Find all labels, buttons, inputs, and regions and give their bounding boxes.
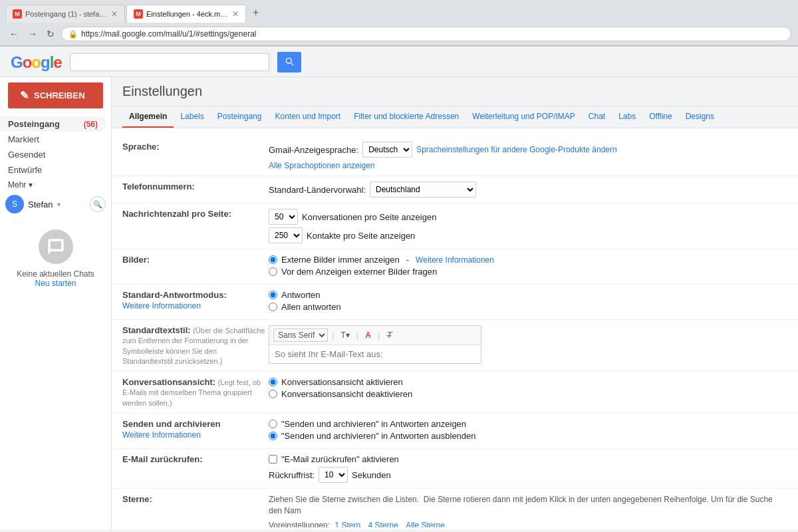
telefon-label: Telefonnummern: bbox=[122, 182, 195, 192]
font-select[interactable]: Sans Serif bbox=[273, 329, 328, 342]
emailrueck-label-col: E-Mail zurückrufen: bbox=[122, 454, 269, 483]
bilder-option-2: Vor dem Anzeigen externer Bilder fragen bbox=[269, 267, 787, 277]
tab-close-2[interactable]: ✕ bbox=[232, 9, 239, 19]
senden-info-link[interactable]: Weitere Informationen bbox=[122, 430, 269, 440]
bilder-extern-radio[interactable] bbox=[269, 255, 277, 264]
telefon-inline: Standard-Ländervorwahl: Deutschland bbox=[269, 182, 787, 198]
telefon-label-col: Telefonnummern: bbox=[122, 182, 269, 198]
preset-4sterne[interactable]: 4 Sterne bbox=[368, 521, 398, 527]
browser-tab-1[interactable]: M Posteingang (1) - stefan... ✕ bbox=[5, 5, 125, 23]
address-bar[interactable]: 🔒 https://mail.google.com/mail/u/1/#sett… bbox=[61, 27, 791, 41]
chat-no-chats-label: Keine aktuellen Chats bbox=[0, 269, 111, 279]
tab-labels[interactable]: Labels bbox=[174, 106, 210, 128]
bilder-label-col: Bilder: bbox=[122, 255, 269, 279]
antwortmodus-option-2: Allen antworten bbox=[269, 302, 787, 312]
standardtext-value-col: Sans Serif | T▾ | A | T̶ So sieht Ihr E-… bbox=[269, 325, 787, 366]
sidebar-markiert-label: Markiert bbox=[8, 134, 98, 144]
tab-labs[interactable]: Labs bbox=[612, 106, 642, 128]
sterne-value-col: Ziehen Sie die Sterne zwischen die Liste… bbox=[269, 494, 787, 527]
chat-icon bbox=[39, 229, 73, 264]
tab-konten[interactable]: Konten und Import bbox=[268, 106, 347, 128]
font-color-btn[interactable]: A bbox=[362, 329, 374, 341]
contacts-select[interactable]: 250 bbox=[269, 227, 303, 243]
konversationsansicht-value-col: Konversationsansicht aktivieren Konversa… bbox=[269, 377, 787, 408]
konv-option-1: Konversationsansicht aktivieren bbox=[269, 377, 787, 387]
senden-option-2: "Senden und archivieren" in Antworten au… bbox=[269, 431, 787, 441]
bilder-more-link[interactable]: Weitere Informationen bbox=[416, 255, 494, 265]
bilder-value-col: Externe Bilder immer anzeigen - Weitere … bbox=[269, 255, 787, 279]
preset-1stern[interactable]: 1 Stern bbox=[334, 521, 360, 527]
all-lang-link[interactable]: Alle Sprachoptionen anzeigen bbox=[269, 161, 374, 170]
back-button[interactable]: ← bbox=[7, 26, 21, 42]
bilder-fragen-radio[interactable] bbox=[269, 267, 277, 276]
clear-format-btn[interactable]: T̶ bbox=[384, 329, 394, 341]
per-page-suffix: Konversationen pro Seite anzeigen bbox=[302, 212, 436, 222]
emailrueck-checkbox[interactable] bbox=[269, 455, 277, 464]
per-page-select[interactable]: 50 bbox=[269, 209, 298, 225]
bilder-label: Bilder: bbox=[122, 255, 150, 265]
tab-allgemein[interactable]: Allgemein bbox=[122, 106, 174, 128]
sterne-label: Sterne: bbox=[122, 494, 152, 504]
country-select[interactable]: Deutschland bbox=[370, 182, 476, 198]
row-sprache: Sprache: Gmail-Anzeigesprache: Deutsch S… bbox=[112, 136, 798, 176]
sprache-value-col: Gmail-Anzeigesprache: Deutsch Spracheins… bbox=[269, 142, 787, 170]
new-tab-button[interactable]: + bbox=[247, 3, 264, 23]
tab-offline[interactable]: Offline bbox=[642, 106, 678, 128]
senden-value-col: "Senden und archivieren" in Antworten an… bbox=[269, 419, 787, 443]
antworten-radio[interactable] bbox=[269, 291, 277, 299]
standardtext-label-col: Standardtextstil: (Über die Schaltfläche… bbox=[122, 325, 269, 366]
antwortmodus-info-link[interactable]: Weitere Informationen bbox=[122, 301, 269, 311]
kons-deaktivieren-radio[interactable] bbox=[269, 390, 277, 398]
tab-designs[interactable]: Designs bbox=[679, 106, 721, 128]
forward-button[interactable]: → bbox=[25, 26, 40, 42]
tab-filter[interactable]: Filter und blockierte Adressen bbox=[347, 106, 466, 128]
font-size-btn[interactable]: T▾ bbox=[338, 329, 352, 341]
contacts-suffix: Kontakte pro Seite anzeigen bbox=[307, 231, 415, 241]
sidebar-item-markiert[interactable]: Markiert bbox=[0, 132, 106, 147]
sterne-info: Ziehen Sie die Sterne zwischen die Liste… bbox=[269, 494, 787, 517]
nachrichten-label: Nachrichtenzahl pro Seite: bbox=[122, 209, 231, 219]
settings-body: Sprache: Gmail-Anzeigesprache: Deutsch S… bbox=[112, 128, 798, 527]
senden-ausblenden-radio[interactable] bbox=[269, 432, 277, 440]
tab-weiterleitung[interactable]: Weiterleitung und POP/IMAP bbox=[466, 106, 582, 128]
allen-label: Allen antworten bbox=[281, 302, 341, 312]
emailrueck-value-col: "E-Mail zurückrufen" aktivieren Rückruff… bbox=[269, 454, 787, 483]
tab-close-1[interactable]: ✕ bbox=[111, 9, 118, 19]
sidebar-item-entw[interactable]: Entwürfe bbox=[0, 162, 106, 178]
compose-button[interactable]: ✎ SCHREIBEN bbox=[8, 82, 103, 108]
rueckruf-select[interactable]: 10 bbox=[319, 467, 348, 483]
compose-plus-icon: ✎ bbox=[20, 89, 29, 102]
gmail-display-select[interactable]: Deutsch bbox=[362, 142, 412, 158]
senden-label-col: Senden und archivieren Weitere Informati… bbox=[122, 419, 269, 443]
reload-button[interactable]: ↻ bbox=[44, 26, 57, 42]
sidebar-item-gesendet[interactable]: Gesendet bbox=[0, 147, 106, 162]
sidebar-more-button[interactable]: Mehr ▾ bbox=[0, 178, 111, 192]
preset-alle[interactable]: Alle Sterne bbox=[406, 521, 445, 527]
address-text: https://mail.google.com/mail/u/1/#settin… bbox=[81, 29, 784, 39]
tab-chat[interactable]: Chat bbox=[582, 106, 612, 128]
google-search-button[interactable] bbox=[277, 52, 301, 72]
allen-radio[interactable] bbox=[269, 303, 277, 311]
senden-anzeigen-radio[interactable] bbox=[269, 420, 277, 428]
sidebar-user[interactable]: S Stefan ▾ 🔍 bbox=[0, 192, 111, 216]
sidebar-user-name: Stefan bbox=[28, 200, 53, 209]
google-search-input[interactable] bbox=[70, 53, 269, 71]
settings-header: Einstellungen bbox=[112, 77, 798, 106]
sidebar-more-label: Mehr ▾ bbox=[8, 180, 33, 190]
nachrichten-contacts: 250 Kontakte pro Seite anzeigen bbox=[269, 227, 787, 243]
kons-aktivieren-radio[interactable] bbox=[269, 378, 277, 386]
konversationsansicht-label: Konversationsansicht: bbox=[122, 377, 215, 387]
row-standardtext: Standardtextstil: (Über die Schaltfläche… bbox=[112, 320, 798, 372]
sprache-change-link[interactable]: Spracheinstellungen für andere Google-Pr… bbox=[416, 145, 617, 154]
sidebar: ✎ SCHREIBEN Posteingang (56) Markiert Ge… bbox=[0, 77, 112, 529]
user-search-button[interactable]: 🔍 bbox=[90, 196, 106, 212]
browser-tab-2[interactable]: M Einstellungen - 4eck.med... ✕ bbox=[126, 5, 246, 23]
sprache-label: Sprache: bbox=[122, 142, 160, 152]
tab-title-2: Einstellungen - 4eck.med... bbox=[146, 10, 228, 18]
senden-anzeigen-label: "Senden und archivieren" in Antworten an… bbox=[281, 419, 466, 429]
chat-new-button[interactable]: Neu starten bbox=[0, 279, 111, 288]
tab-posteingang[interactable]: Posteingang bbox=[211, 106, 269, 128]
sidebar-item-posteingang[interactable]: Posteingang (56) bbox=[0, 116, 106, 132]
chat-section: Keine aktuellen Chats Neu starten bbox=[0, 229, 111, 288]
row-email-zurueckrufen: E-Mail zurückrufen: "E-Mail zurückrufen"… bbox=[112, 449, 798, 489]
